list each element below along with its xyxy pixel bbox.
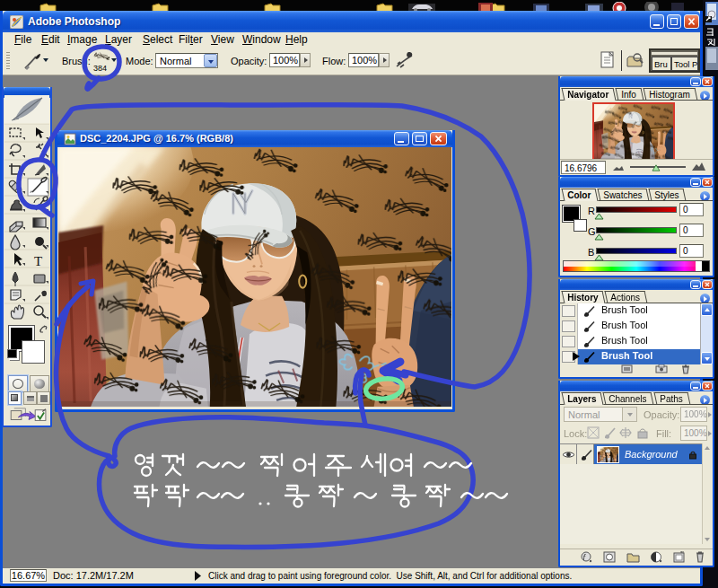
- svg-text:T: T: [34, 254, 42, 268]
